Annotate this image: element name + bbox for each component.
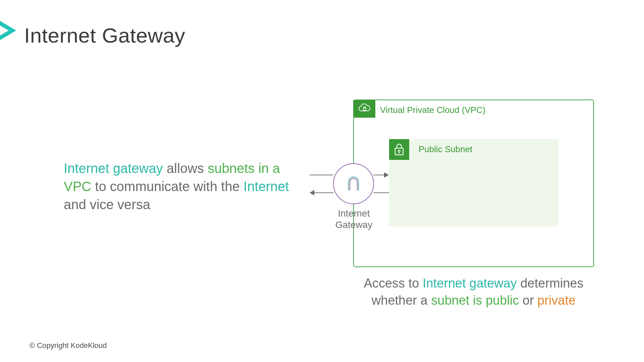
svg-rect-0 <box>363 108 366 110</box>
bottom-highlight-private: private <box>537 293 576 307</box>
bottom-text-1: Access to <box>364 276 423 290</box>
svg-rect-1 <box>395 148 403 155</box>
page-title: Internet Gateway <box>24 23 185 47</box>
cloud-lock-icon <box>358 104 371 114</box>
igw-label-line1: Internet <box>338 208 370 219</box>
lead-highlight-igw: Internet gateway <box>64 161 163 176</box>
bottom-text-5: or <box>519 293 537 307</box>
lead-text-6: and vice versa <box>64 197 150 212</box>
arrow-in-right-line <box>373 192 389 193</box>
lead-text-4: to communicate with the <box>91 179 244 194</box>
bottom-highlight-public: subnet is public <box>431 293 519 307</box>
vpc-badge <box>353 100 375 118</box>
subnet-badge <box>389 139 409 160</box>
arrow-in-left-line <box>310 175 333 175</box>
igw-label-line2: Gateway <box>335 220 373 230</box>
slide: Internet Gateway Internet gateway allows… <box>0 0 644 362</box>
internet-gateway-node <box>333 163 374 204</box>
public-subnet-panel <box>389 139 558 226</box>
arrow-out-right-head <box>384 172 389 178</box>
lead-highlight-internet: Internet <box>244 179 289 194</box>
arrow-out-left-head <box>310 190 314 195</box>
lead-text-2: allows <box>163 161 208 176</box>
vpc-label: Virtual Private Cloud (VPC) <box>380 105 486 115</box>
lead-text: Internet gateway allows subnets in a VPC… <box>64 159 292 214</box>
gateway-icon <box>342 172 365 195</box>
bottom-caption: Access to Internet gateway determines wh… <box>353 275 594 309</box>
internet-gateway-label: Internet Gateway <box>324 208 384 230</box>
copyright: © Copyright KodeKloud <box>30 341 107 350</box>
lock-icon <box>393 143 405 156</box>
arrow-out-left-line <box>314 192 334 193</box>
arrow-out-right-line <box>373 175 384 175</box>
bottom-highlight-igw: Internet gateway <box>423 276 517 290</box>
chevron-icon-inner <box>0 23 9 38</box>
subnet-label: Public Subnet <box>419 144 472 155</box>
